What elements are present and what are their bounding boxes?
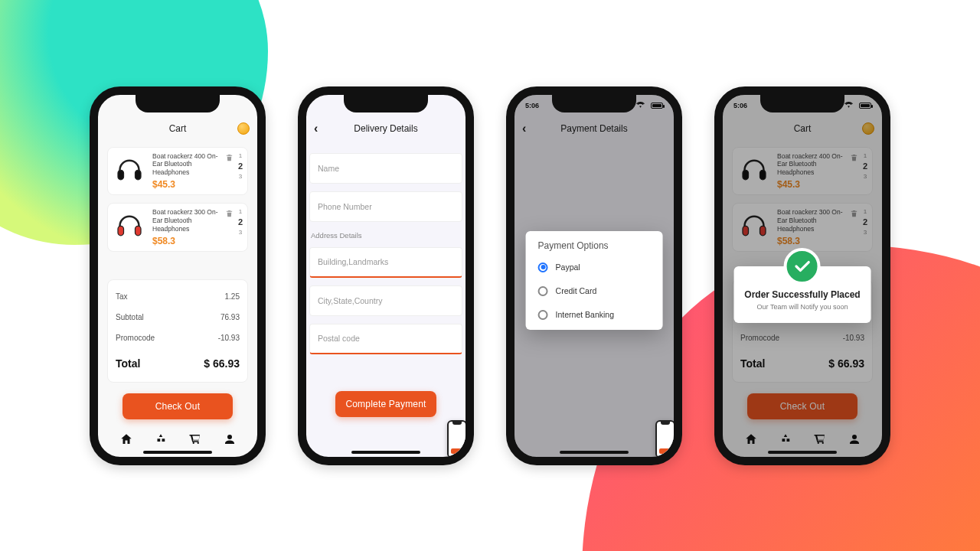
success-title: Order Successfully Placed: [742, 289, 864, 300]
titlebar: ‹ Delivery Details: [306, 116, 466, 141]
trash-icon[interactable]: [225, 152, 234, 163]
profile-icon[interactable]: [223, 432, 237, 446]
payment-option-label: Credit Card: [556, 286, 597, 295]
home-icon[interactable]: [119, 432, 133, 446]
headphones-icon: [114, 210, 145, 240]
qty-decrease[interactable]: 3: [239, 229, 242, 236]
qty-increase[interactable]: 1: [239, 152, 242, 159]
svg-rect-2: [118, 227, 124, 236]
categories-icon[interactable]: [154, 432, 168, 446]
modal-title: Payment Options: [529, 240, 660, 256]
home-indicator: [560, 451, 629, 454]
svg-rect-0: [118, 170, 124, 180]
trash-icon[interactable]: [225, 208, 234, 219]
phone-success: 5:06 Cart Boat roackerz 400 On-Ear Bluet…: [714, 86, 890, 465]
page-title: Cart: [169, 123, 187, 134]
city-field[interactable]: City,State,Country: [309, 285, 462, 316]
cart-item[interactable]: Boat roackerz 300 On-Ear Bluetooth Headp…: [107, 203, 248, 252]
cart-item[interactable]: Boat roackerz 400 On-Ear Bluetooth Headp…: [107, 147, 248, 196]
payment-option[interactable]: Credit Card: [529, 279, 660, 303]
product-price: $45.3: [152, 179, 219, 190]
subtotal-label: Subtotal: [116, 313, 144, 321]
totals-card: Tax1.25 Subtotal76.93 Promocode-10.93 To…: [107, 279, 248, 383]
page-title: Delivery Details: [354, 123, 417, 134]
product-thumbnail: [113, 208, 146, 242]
address-section-label: Address Details: [311, 231, 462, 240]
radio-icon: [538, 286, 548, 296]
titlebar: Cart: [98, 116, 257, 141]
phone-delivery: ‹ Delivery Details Name Phone Number Add…: [298, 86, 474, 465]
payment-option-label: Internet Banking: [556, 310, 614, 319]
back-icon[interactable]: ‹: [314, 122, 318, 135]
picture-in-picture-preview[interactable]: [447, 420, 467, 458]
payment-option[interactable]: Paypal: [529, 256, 660, 279]
tax-value: 1.25: [225, 292, 240, 301]
qty-value: 2: [238, 217, 243, 227]
success-modal: Order Successfully Placed Our Team will …: [734, 266, 871, 323]
promo-value: -10.93: [218, 334, 240, 342]
success-subtitle: Our Team will Notify you soon: [742, 303, 864, 311]
payment-options-modal: Payment Options PaypalCredit CardInterne…: [526, 231, 663, 330]
qty-decrease[interactable]: 3: [239, 173, 242, 180]
cart-icon[interactable]: [188, 432, 202, 446]
product-price: $58.3: [152, 236, 219, 246]
total-label: Total: [116, 357, 140, 370]
phone-notch: [760, 94, 844, 112]
svg-rect-3: [136, 227, 142, 236]
subtotal-value: 76.93: [220, 313, 240, 321]
phones-stage: Cart Boat roackerz 400 On-Ear Bluetooth …: [0, 0, 980, 551]
phone-notch: [136, 94, 220, 112]
total-value: $ 66.93: [204, 357, 240, 370]
checkout-button[interactable]: Check Out: [122, 393, 233, 419]
payment-option-list: PaypalCredit CardInternet Banking: [529, 256, 660, 327]
product-name: Boat roackerz 300 On-Ear Bluetooth Headp…: [152, 208, 219, 233]
radio-icon: [538, 262, 548, 272]
bottom-nav: [98, 432, 257, 446]
svg-rect-1: [136, 170, 142, 180]
payment-option-label: Paypal: [556, 262, 580, 272]
phone-notch: [344, 94, 428, 112]
postal-field[interactable]: Postal code: [309, 324, 462, 354]
product-thumbnail: [113, 152, 146, 186]
tax-label: Tax: [116, 292, 128, 301]
phone-notch: [552, 94, 636, 112]
qty-value: 2: [238, 161, 243, 171]
coin-icon[interactable]: [237, 122, 250, 135]
complete-payment-button[interactable]: Complete Payment: [335, 391, 436, 417]
name-field[interactable]: Name: [309, 153, 462, 184]
home-indicator: [143, 451, 212, 454]
headphones-icon: [114, 154, 145, 184]
building-field[interactable]: Building,Landmarks: [309, 247, 462, 278]
success-check-icon: [784, 248, 821, 285]
radio-icon: [538, 310, 548, 320]
home-indicator: [768, 451, 837, 454]
phone-payment: 5:06 ‹ Payment Details Payment Options P…: [506, 86, 682, 465]
product-name: Boat roackerz 400 On-Ear Bluetooth Headp…: [152, 152, 219, 177]
qty-increase[interactable]: 1: [239, 208, 242, 215]
promo-label: Promocode: [116, 334, 155, 342]
payment-option[interactable]: Internet Banking: [529, 303, 660, 327]
phone-cart: Cart Boat roackerz 400 On-Ear Bluetooth …: [90, 86, 266, 465]
phone-field[interactable]: Phone Number: [309, 191, 462, 222]
picture-in-picture-preview[interactable]: [655, 420, 675, 458]
cart-list: Boat roackerz 400 On-Ear Bluetooth Headp…: [104, 147, 251, 253]
home-indicator: [351, 451, 420, 454]
